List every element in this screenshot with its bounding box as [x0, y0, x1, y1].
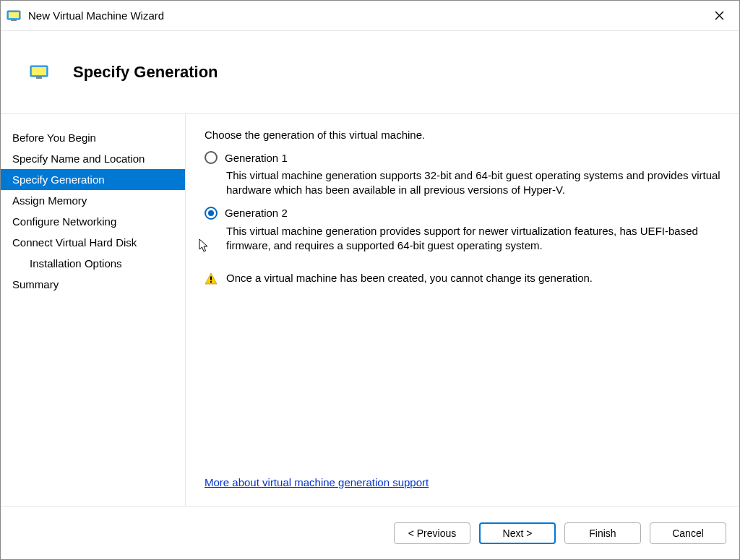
- wizard-header: Specify Generation: [1, 31, 739, 114]
- svg-rect-2: [11, 20, 17, 21]
- wizard-footer: < Previous Next > Finish Cancel: [1, 506, 739, 559]
- sidebar-item-specify-generation[interactable]: Specify Generation: [1, 169, 185, 190]
- option-label[interactable]: Generation 1: [225, 152, 288, 164]
- warning-text: Once a virtual machine has been created,…: [226, 272, 593, 284]
- page-title: Specify Generation: [73, 63, 218, 82]
- help-link[interactable]: More about virtual machine generation su…: [205, 476, 720, 488]
- wizard-sidebar: Before You BeginSpecify Name and Locatio…: [1, 114, 186, 506]
- option-description: This virtual machine generation supports…: [226, 168, 720, 198]
- sidebar-item-assign-memory[interactable]: Assign Memory: [1, 190, 185, 211]
- window-title: New Virtual Machine Wizard: [28, 9, 705, 22]
- next-button[interactable]: Next >: [479, 522, 556, 544]
- wizard-body: Before You BeginSpecify Name and Locatio…: [1, 114, 739, 506]
- finish-button[interactable]: Finish: [564, 522, 641, 544]
- titlebar: New Virtual Machine Wizard: [1, 1, 739, 31]
- option-generation-1: Generation 1 This virtual machine genera…: [205, 151, 720, 198]
- cancel-button[interactable]: Cancel: [650, 522, 726, 544]
- sidebar-item-configure-networking[interactable]: Configure Networking: [1, 211, 185, 232]
- option-label[interactable]: Generation 2: [225, 207, 288, 219]
- previous-button[interactable]: < Previous: [394, 522, 470, 544]
- sidebar-item-installation-options[interactable]: Installation Options: [1, 253, 185, 274]
- option-generation-2: Generation 2 This virtual machine genera…: [205, 207, 720, 254]
- wizard-content: Choose the generation of this virtual ma…: [186, 114, 739, 506]
- svg-rect-9: [210, 281, 212, 283]
- sidebar-item-connect-virtual-hard-disk[interactable]: Connect Virtual Hard Disk: [1, 232, 185, 253]
- option-description: This virtual machine generation provides…: [226, 224, 720, 254]
- close-button[interactable]: [705, 1, 733, 31]
- sidebar-item-summary[interactable]: Summary: [1, 274, 185, 295]
- app-icon: [7, 10, 21, 22]
- sidebar-item-specify-name-and-location[interactable]: Specify Name and Location: [1, 148, 185, 169]
- intro-text: Choose the generation of this virtual ma…: [205, 129, 720, 141]
- radio-generation-2[interactable]: [205, 207, 218, 220]
- radio-generation-1[interactable]: [205, 151, 218, 164]
- svg-rect-1: [9, 12, 19, 18]
- sidebar-item-before-you-begin[interactable]: Before You Begin: [1, 127, 185, 148]
- warning-icon: [205, 272, 218, 285]
- wizard-icon: [30, 65, 48, 79]
- warning-row: Once a virtual machine has been created,…: [205, 272, 720, 285]
- svg-rect-8: [210, 277, 212, 281]
- svg-rect-7: [36, 77, 42, 79]
- svg-rect-6: [32, 67, 46, 75]
